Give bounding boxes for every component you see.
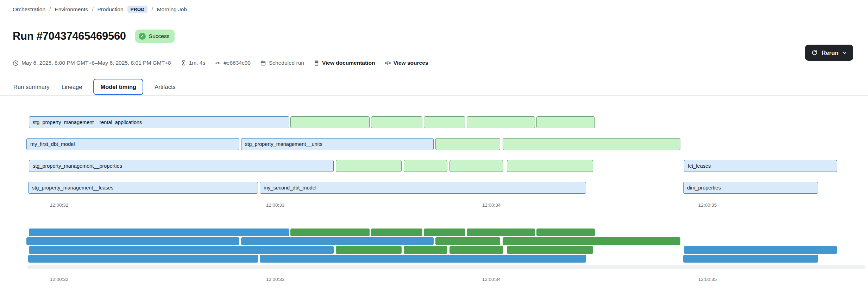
- minimap-scroll-track[interactable]: [27, 265, 865, 269]
- gantt-bar-stg_property_management__properties[interactable]: stg_property_management__properties: [29, 160, 334, 172]
- gantt-test-bar[interactable]: [336, 160, 402, 172]
- chevron-down-icon: [842, 51, 847, 55]
- gantt-bar-label: my_second_dbt_model: [260, 185, 316, 191]
- gantt-bar-label: my_first_dbt_model: [27, 141, 75, 147]
- gantt-test-bar[interactable]: [507, 160, 593, 172]
- time-axis-tick-label: 12:00:32: [50, 277, 69, 282]
- trigger-type: Scheduled run: [260, 60, 304, 66]
- time-axis-tick-label: 12:00:33: [266, 277, 285, 282]
- code-icon: </>: [384, 60, 390, 66]
- minimap-bar: [424, 229, 465, 236]
- minimap-bar: [371, 229, 422, 236]
- commit-hash: #e8634c90: [215, 60, 251, 66]
- gantt-test-bar[interactable]: [467, 116, 535, 128]
- gantt-test-bar[interactable]: [449, 160, 503, 172]
- gantt-test-bar[interactable]: [435, 138, 500, 150]
- time-axis-tick-label: 12:00:33: [266, 202, 285, 208]
- minimap-bar: [536, 229, 595, 236]
- breadcrumb: Orchestration / Environments / Productio…: [13, 6, 187, 13]
- minimap-bar: [507, 246, 593, 254]
- gantt-bar-dim_properties[interactable]: dim_properties: [683, 182, 818, 194]
- gantt-bar-label: stg_property_management__leases: [29, 185, 113, 191]
- hourglass-icon: [181, 60, 186, 66]
- minimap-bar: [467, 229, 535, 236]
- gantt-bar-my_first_dbt_model[interactable]: my_first_dbt_model: [26, 138, 239, 150]
- gantt-bar-my_second_dbt_model[interactable]: my_second_dbt_model: [260, 182, 586, 194]
- tab-lineage[interactable]: Lineage: [61, 84, 83, 90]
- gantt-test-bar[interactable]: [503, 138, 680, 150]
- gantt-bar-label: stg_property_management__properties: [29, 163, 122, 169]
- rerun-button-label: Rerun: [822, 50, 838, 56]
- minimap-bar: [28, 255, 258, 263]
- status-badge-label: Success: [149, 33, 170, 39]
- run-detail-page: Orchestration / Environments / Productio…: [0, 0, 868, 296]
- gantt-bar-stg_property_management__rental_applications[interactable]: stg_property_management__rental_applicat…: [29, 116, 289, 128]
- run-duration: 1m, 4s: [181, 60, 206, 66]
- gantt-bar-fct_leases[interactable]: fct_leases: [684, 160, 837, 172]
- gantt-bar-label: fct_leases: [684, 163, 711, 169]
- run-tabs: Run summary Lineage Model timing Artifac…: [13, 79, 176, 95]
- commit-icon: [215, 60, 221, 66]
- gantt-test-bar[interactable]: [536, 116, 595, 128]
- time-axis-tick-label: 12:00:32: [50, 202, 69, 208]
- prod-env-badge: PROD: [127, 6, 148, 13]
- minimap-bar: [290, 229, 370, 236]
- view-sources-link[interactable]: </> View sources: [384, 60, 428, 66]
- refresh-icon: [811, 50, 818, 56]
- minimap-bar: [26, 237, 239, 245]
- document-icon: [314, 60, 319, 66]
- tab-artifacts[interactable]: Artifacts: [154, 84, 176, 90]
- minimap-bar: [683, 255, 818, 263]
- minimap-bar: [241, 237, 434, 245]
- gantt-bar-label: stg_property_management__units: [241, 141, 322, 147]
- calendar-icon: [260, 60, 266, 66]
- breadcrumb-orchestration[interactable]: Orchestration: [13, 6, 45, 13]
- time-axis-tick-label: 12:00:35: [698, 202, 717, 208]
- minimap-bar: [260, 255, 586, 263]
- gantt-bar-stg_property_management__leases[interactable]: stg_property_management__leases: [28, 182, 258, 194]
- minimap-bar: [29, 246, 334, 254]
- minimap-bar: [404, 246, 447, 254]
- minimap-bar: [336, 246, 402, 254]
- tab-run-summary[interactable]: Run summary: [13, 84, 50, 90]
- breadcrumb-separator: /: [92, 6, 93, 13]
- gantt-test-bar[interactable]: [290, 116, 370, 128]
- tab-model-timing[interactable]: Model timing: [93, 79, 143, 95]
- minimap-bar: [684, 246, 837, 254]
- minimap-bar: [503, 237, 680, 245]
- breadcrumb-morning-job[interactable]: Morning Job: [157, 6, 187, 13]
- breadcrumb-environments[interactable]: Environments: [55, 6, 88, 13]
- gantt-test-bar[interactable]: [371, 116, 422, 128]
- minimap-bar: [449, 246, 503, 254]
- run-meta-row: May 6, 2025, 8:00 PM GMT+8–May 6, 2025, …: [13, 60, 428, 66]
- gantt-test-bar[interactable]: [424, 116, 465, 128]
- time-axis-tick-label: 12:00:34: [482, 202, 501, 208]
- breadcrumb-separator: /: [151, 6, 153, 13]
- status-badge: ✓ Success: [135, 30, 175, 43]
- gantt-test-bar[interactable]: [404, 160, 447, 172]
- gantt-bar-label: dim_properties: [684, 185, 721, 191]
- time-axis-tick-label: 12:00:35: [698, 277, 717, 282]
- page-title: Run #70437465469560: [13, 30, 126, 43]
- rerun-button[interactable]: Rerun: [805, 45, 853, 61]
- tabs-divider: [0, 95, 868, 96]
- time-axis-tick-label: 12:00:34: [482, 277, 501, 282]
- success-check-icon: ✓: [139, 33, 146, 40]
- gantt-bar-label: stg_property_management__rental_applicat…: [29, 120, 142, 125]
- gantt-bar-stg_property_management__units[interactable]: stg_property_management__units: [241, 138, 434, 150]
- minimap-bar: [435, 237, 500, 245]
- minimap-bar: [29, 229, 289, 236]
- run-time-range: May 6, 2025, 8:00 PM GMT+8–May 6, 2025, …: [13, 60, 171, 66]
- title-row: Run #70437465469560 ✓ Success: [13, 30, 175, 43]
- breadcrumb-separator: /: [49, 6, 51, 13]
- clock-icon: [13, 60, 19, 66]
- breadcrumb-production[interactable]: Production: [97, 6, 123, 13]
- view-documentation-link[interactable]: View documentation: [314, 60, 375, 66]
